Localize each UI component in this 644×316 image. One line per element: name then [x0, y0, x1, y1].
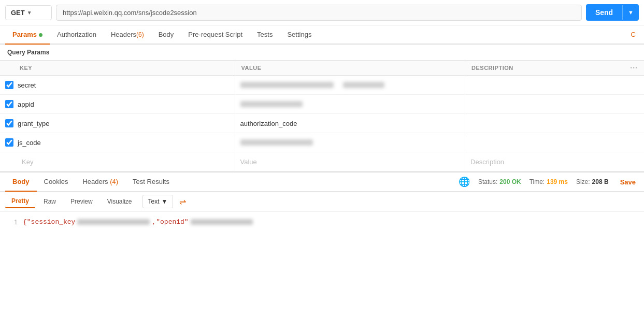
code-session-key-value	[77, 219, 150, 225]
fmt-tab-raw[interactable]: Raw	[37, 195, 62, 208]
row-value-blurred	[240, 101, 303, 107]
row-more	[624, 152, 644, 171]
tab-body[interactable]: Body	[151, 25, 181, 45]
response-tabs-row: Body Cookies Headers (4) Test Results 🌐 …	[0, 173, 644, 192]
tab-params[interactable]: Params	[5, 25, 50, 45]
status-value: 200 OK	[499, 178, 521, 185]
table-row: secret	[0, 76, 644, 95]
tab-authorization[interactable]: Authorization	[50, 25, 104, 45]
status-label: Status:	[478, 178, 497, 185]
code-session-key: {"session_key	[23, 218, 75, 226]
col-header-key: KEY	[0, 61, 235, 76]
time-value: 139 ms	[547, 178, 568, 185]
code-line-1: 1 {"session_key ,"openid"	[0, 217, 644, 227]
resp-tab-test-results[interactable]: Test Results	[125, 173, 177, 192]
row-more	[624, 133, 644, 152]
row-key: Key	[22, 158, 33, 166]
col-header-more: ···	[624, 61, 644, 76]
resp-tab-headers[interactable]: Headers (4)	[75, 173, 125, 192]
format-select-arrow: ▼	[162, 198, 168, 205]
table-row: js_code	[0, 133, 644, 152]
row-value: authorization_code	[240, 120, 297, 127]
tab-tests[interactable]: Tests	[250, 25, 280, 45]
row-checkbox[interactable]	[5, 100, 13, 108]
fmt-tab-pretty[interactable]: Pretty	[5, 195, 35, 208]
row-desc: Description	[470, 158, 504, 166]
tab-headers[interactable]: Headers(6)	[104, 25, 151, 45]
row-more	[624, 95, 644, 114]
row-more	[624, 114, 644, 133]
code-openid-key: ,"openid"	[152, 218, 188, 226]
row-key: js_code	[18, 139, 41, 147]
size-label: Size:	[576, 178, 590, 185]
response-section: Body Cookies Headers (4) Test Results 🌐 …	[0, 171, 644, 232]
line-number: 1	[5, 219, 18, 226]
row-value-blurred	[240, 139, 313, 146]
table-row: grant_typeauthorization_code	[0, 114, 644, 133]
url-input[interactable]	[56, 5, 582, 21]
row-value-blurred-2	[343, 82, 384, 88]
fmt-tab-preview[interactable]: Preview	[64, 195, 99, 208]
status-item: Status: 200 OK	[478, 178, 521, 185]
format-select-label: Text	[148, 198, 160, 205]
send-label: Send	[586, 4, 622, 21]
time-item: Time: 139 ms	[529, 178, 568, 185]
row-key: grant_type	[18, 120, 49, 127]
row-key: appid	[18, 100, 34, 108]
url-bar: GET ▼ Send ▼	[0, 0, 644, 25]
code-area: 1 {"session_key ,"openid"	[0, 212, 644, 232]
row-checkbox[interactable]	[5, 138, 13, 147]
row-key: secret	[18, 81, 36, 89]
col-header-desc: DESCRIPTION	[465, 61, 624, 76]
response-meta: 🌐 Status: 200 OK Time: 139 ms Size: 208 …	[459, 176, 639, 188]
method-label: GET	[11, 9, 25, 17]
row-checkbox[interactable]	[5, 119, 13, 127]
method-chevron-icon: ▼	[27, 10, 32, 16]
size-value: 208 B	[592, 178, 609, 185]
row-more	[624, 76, 644, 95]
time-label: Time:	[529, 178, 545, 185]
row-value-placeholder: Value	[240, 158, 257, 166]
request-tabs: Params Authorization Headers(6) Body Pre…	[0, 25, 644, 45]
globe-icon[interactable]: 🌐	[459, 176, 470, 188]
wrap-icon[interactable]: ⇌	[179, 197, 186, 207]
tab-settings[interactable]: Settings	[280, 25, 319, 45]
row-value-blurred	[240, 82, 334, 88]
tab-prerequest[interactable]: Pre-request Script	[181, 25, 250, 45]
code-content: {"session_key ,"openid"	[23, 218, 253, 226]
row-checkbox[interactable]	[5, 81, 13, 89]
format-select[interactable]: Text ▼	[142, 195, 174, 208]
format-tabs-row: Pretty Raw Preview Visualize Text ▼ ⇌	[0, 192, 644, 212]
headers-badge: (6)	[136, 31, 144, 38]
query-params-label: Query Params	[0, 45, 644, 60]
size-item: Size: 208 B	[576, 178, 609, 185]
params-dot	[39, 33, 42, 37]
resp-tab-body[interactable]: Body	[5, 173, 37, 192]
method-select[interactable]: GET ▼	[5, 5, 52, 20]
fmt-tab-visualize[interactable]: Visualize	[101, 195, 138, 208]
send-arrow-icon: ▼	[622, 5, 639, 20]
col-header-value: VALUE	[235, 61, 465, 76]
tab-overflow[interactable]: C	[628, 25, 639, 44]
table-row: appid	[0, 95, 644, 114]
code-openid-value	[191, 219, 253, 225]
params-table: KEY VALUE DESCRIPTION ··· secretappidgra…	[0, 60, 644, 171]
table-row: KeyValueDescription	[0, 152, 644, 171]
send-button[interactable]: Send ▼	[586, 4, 639, 21]
resp-tab-cookies[interactable]: Cookies	[37, 173, 76, 192]
save-button[interactable]: Save	[617, 178, 639, 186]
